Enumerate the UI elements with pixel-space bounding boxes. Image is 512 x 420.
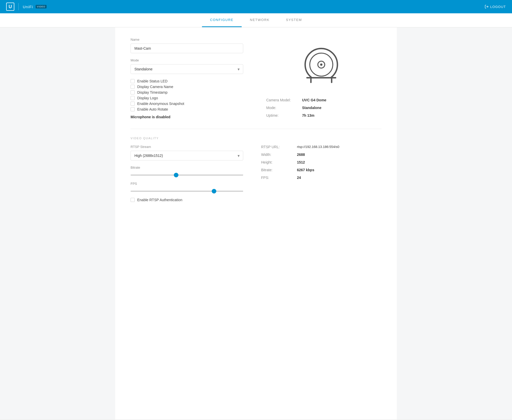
logout-icon — [485, 5, 489, 9]
vq-left: RTSP Stream High (2688x1512) Medium Low … — [131, 145, 251, 203]
main-content: Name Mode Standalone Managed ▾ Enab — [115, 27, 397, 419]
display-timestamp-checkbox[interactable] — [131, 90, 135, 94]
tab-system[interactable]: SYSTEM — [278, 13, 310, 27]
camera-dome-icon — [298, 43, 344, 89]
enable-anonymous-snapshot-checkbox[interactable] — [131, 102, 135, 106]
enable-rtsp-auth-label: Enable RTSP Authentication — [137, 198, 182, 202]
rtsp-url-row: RTSP URL: rtsp://192.168.13.186:554/s0 — [261, 145, 381, 149]
rtsp-url-value: rtsp://192.168.13.186:554/s0 — [297, 145, 339, 149]
checkbox-display-logo: Display Logo — [131, 96, 251, 100]
display-logo-label: Display Logo — [137, 96, 158, 100]
info-row-mode: Mode: Standalone — [266, 106, 381, 110]
rtsp-auth-group: Enable RTSP Authentication — [131, 198, 251, 202]
uptime-value: 7h 13m — [302, 113, 314, 117]
video-badge: VIDEO — [36, 5, 47, 8]
info-row-model: Camera Model: UVC G4 Dome — [266, 98, 381, 102]
checkbox-display-timestamp: Display Timestamp — [131, 90, 251, 94]
video-quality-grid: RTSP Stream High (2688x1512) Medium Low … — [131, 145, 381, 203]
mode-label: Mode — [131, 58, 251, 62]
tab-navigation: CONFIGURE NETWORK SYSTEM — [0, 13, 512, 27]
fps-info-label: FPS: — [261, 176, 297, 180]
fps-slider-container — [131, 188, 251, 193]
checkbox-auto-rotate: Enable Auto Rotate — [131, 107, 251, 111]
enable-anonymous-snapshot-label: Enable Anonymous Snapshot — [137, 102, 184, 106]
enable-rtsp-auth-checkbox[interactable] — [131, 198, 135, 202]
rtsp-stream-select[interactable]: High (2688x1512) Medium Low — [131, 151, 243, 160]
model-value: UVC G4 Dome — [302, 98, 326, 102]
display-camera-name-label: Display Camera Name — [137, 85, 173, 89]
checkbox-anonymous-snapshot: Enable Anonymous Snapshot — [131, 102, 251, 106]
section-divider-vq — [131, 129, 381, 129]
camera-info-panel: Camera Model: UVC G4 Dome Mode: Standalo… — [261, 98, 381, 121]
display-camera-name-checkbox[interactable] — [131, 85, 135, 89]
enable-status-led-checkbox[interactable] — [131, 79, 135, 83]
logo-divider — [18, 3, 19, 10]
cam-mode-value: Standalone — [302, 106, 321, 110]
ubiquiti-logo: U — [6, 3, 14, 11]
left-column: Name Mode Standalone Managed ▾ Enab — [131, 38, 251, 121]
bitrate-group: Bitrate — [131, 166, 251, 177]
rtsp-url-label: RTSP URL: — [261, 145, 297, 149]
uptime-label: Uptime: — [266, 113, 302, 117]
display-timestamp-label: Display Timestamp — [137, 90, 167, 94]
video-quality-title: VIDEO QUALITY — [131, 137, 381, 140]
fps-group: FPS — [131, 182, 251, 193]
mode-select-wrapper: Standalone Managed ▾ — [131, 64, 243, 74]
bitrate-label: Bitrate — [131, 166, 251, 169]
microphone-status: Microphone is disabled — [131, 115, 251, 119]
right-column: Camera Model: UVC G4 Dome Mode: Standalo… — [261, 38, 381, 121]
display-logo-checkbox[interactable] — [131, 96, 135, 100]
cam-mode-label: Mode: — [266, 106, 302, 110]
width-label: Width: — [261, 153, 297, 157]
rtsp-stream-label: RTSP Stream — [131, 145, 251, 149]
width-value: 2688 — [297, 153, 305, 157]
tab-configure[interactable]: CONFIGURE — [202, 13, 242, 27]
fps-info-row: FPS: 24 — [261, 176, 381, 180]
app-header: U UniFi VIDEO LOGOUT — [0, 0, 512, 13]
height-label: Height: — [261, 160, 297, 164]
svg-point-4 — [320, 63, 323, 66]
height-value: 1512 — [297, 160, 305, 164]
bitrate-info-label: Bitrate: — [261, 168, 297, 172]
width-row: Width: 2688 — [261, 153, 381, 157]
mode-group: Mode Standalone Managed ▾ — [131, 58, 251, 74]
mode-select[interactable]: Standalone Managed — [131, 64, 243, 74]
fps-label: FPS — [131, 182, 251, 186]
name-input[interactable] — [131, 44, 243, 53]
tab-network[interactable]: NETWORK — [242, 13, 278, 27]
camera-illustration — [298, 43, 344, 90]
name-label: Name — [131, 38, 251, 41]
enable-auto-rotate-checkbox[interactable] — [131, 107, 135, 111]
bitrate-slider-container — [131, 172, 251, 177]
logout-button[interactable]: LOGOUT — [485, 5, 506, 9]
rtsp-stream-group: RTSP Stream High (2688x1512) Medium Low … — [131, 145, 251, 160]
checkbox-display-camera-name: Display Camera Name — [131, 85, 251, 89]
height-row: Height: 1512 — [261, 160, 381, 164]
rtsp-stream-select-wrapper: High (2688x1512) Medium Low ▾ — [131, 151, 243, 160]
checkboxes-group: Enable Status LED Display Camera Name Di… — [131, 79, 251, 111]
fps-slider[interactable] — [131, 191, 243, 192]
model-label: Camera Model: — [266, 98, 302, 102]
vq-right: RTSP URL: rtsp://192.168.13.186:554/s0 W… — [261, 145, 381, 203]
name-group: Name — [131, 38, 251, 53]
fps-info-value: 24 — [297, 176, 301, 180]
unifi-wordmark: UniFi — [23, 5, 33, 9]
checkbox-enable-status-led: Enable Status LED — [131, 79, 251, 83]
bitrate-slider[interactable] — [131, 175, 243, 176]
logo-area: U UniFi VIDEO — [6, 3, 47, 11]
enable-auto-rotate-label: Enable Auto Rotate — [137, 107, 168, 111]
bitrate-info-row: Bitrate: 6267 kbps — [261, 168, 381, 172]
enable-status-led-label: Enable Status LED — [137, 79, 167, 83]
bitrate-info-value: 6267 kbps — [297, 168, 314, 172]
info-row-uptime: Uptime: 7h 13m — [266, 113, 381, 117]
